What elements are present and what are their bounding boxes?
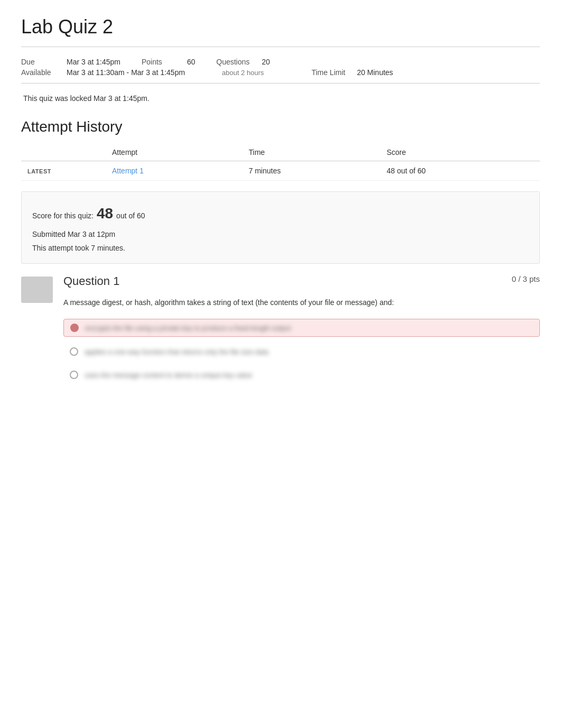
due-meta: Due Mar 3 at 1:45pm xyxy=(21,58,120,66)
attempt-link[interactable]: Attempt 1 xyxy=(112,167,144,175)
attempt-table: Attempt Time Score LATEST Attempt 1 7 mi… xyxy=(21,144,540,181)
radio-1 xyxy=(70,324,79,332)
attempt-score: 48 out of 60 xyxy=(387,167,426,175)
col-header-time: Time xyxy=(242,144,380,161)
quiz-meta-row-2: Available Mar 3 at 11:30am - Mar 3 at 1:… xyxy=(21,68,540,77)
score-number: 48 xyxy=(97,200,113,227)
points-label: Points xyxy=(142,58,184,66)
attempt-table-header: Attempt Time Score xyxy=(21,144,540,161)
question-1-header: Question 1 0 / 3 pts xyxy=(63,274,540,288)
choice-text-1: encrypts the file using a private key to… xyxy=(85,324,291,332)
latest-badge-cell: LATEST xyxy=(21,161,106,181)
attempt-score-cell: 48 out of 60 xyxy=(380,161,540,181)
answer-choice-1: encrypts the file using a private key to… xyxy=(63,319,540,337)
time-limit-value: 20 Minutes xyxy=(357,68,393,77)
score-out-of: out of 60 xyxy=(116,209,145,223)
question-1-title: Question 1 xyxy=(63,274,119,288)
available-value: Mar 3 at 11:30am - Mar 3 at 1:45pm xyxy=(67,68,185,77)
table-row: LATEST Attempt 1 7 minutes 48 out of 60 xyxy=(21,161,540,181)
question-1-status-icon xyxy=(21,277,53,303)
header-divider xyxy=(21,47,540,47)
score-submitted: Submitted Mar 3 at 12pm xyxy=(32,228,529,241)
answer-choice-2: applies a one-way function that returns … xyxy=(63,343,540,360)
score-line: Score for this quiz: 48 out of 60 xyxy=(32,200,529,227)
questions-value: 20 xyxy=(262,58,270,66)
col-header-score: Score xyxy=(380,144,540,161)
latest-badge: LATEST xyxy=(27,168,51,174)
attempt-time-cell: 7 minutes xyxy=(242,161,380,181)
question-1-text: A message digest, or hash, algorithm tak… xyxy=(63,297,540,308)
due-value: Mar 3 at 1:45pm xyxy=(67,58,120,66)
locked-message: This quiz was locked Mar 3 at 1:45pm. xyxy=(21,94,540,103)
attempt-link-cell: Attempt 1 xyxy=(106,161,242,181)
time-limit-label: Time Limit xyxy=(312,68,354,77)
radio-3 xyxy=(70,371,78,379)
available-label: Available xyxy=(21,68,63,77)
due-label: Due xyxy=(21,58,63,66)
page-container: Lab Quiz 2 Due Mar 3 at 1:45pm Points 60… xyxy=(0,0,561,416)
quiz-meta-row-1: Due Mar 3 at 1:45pm Points 60 Questions … xyxy=(21,58,540,66)
choice-text-2: applies a one-way function that returns … xyxy=(85,348,268,356)
available-meta: Available Mar 3 at 11:30am - Mar 3 at 1:… xyxy=(21,68,185,77)
quiz-meta: Due Mar 3 at 1:45pm Points 60 Questions … xyxy=(21,53,540,84)
choice-text-3: uses the message content to derive a uni… xyxy=(85,371,252,379)
radio-2 xyxy=(70,347,78,356)
question-1-block: Question 1 0 / 3 pts A message digest, o… xyxy=(21,274,540,390)
questions-label: Questions xyxy=(217,58,259,66)
score-label: Score for this quiz: xyxy=(32,209,94,223)
answer-choices: encrypts the file using a private key to… xyxy=(63,319,540,383)
answer-choice-3: uses the message content to derive a uni… xyxy=(63,366,540,383)
questions-meta: Questions 20 xyxy=(217,58,270,66)
points-value: 60 xyxy=(187,58,195,66)
time-limit-meta: Time Limit 20 Minutes xyxy=(312,68,393,77)
attempt-history-title: Attempt History xyxy=(21,118,540,135)
col-header-attempt: Attempt xyxy=(106,144,242,161)
attempt-time: 7 minutes xyxy=(249,167,281,175)
question-1-content: Question 1 0 / 3 pts A message digest, o… xyxy=(63,274,540,390)
about-hours: about 2 hours xyxy=(222,69,264,77)
score-duration: This attempt took 7 minutes. xyxy=(32,242,529,255)
points-meta: Points 60 xyxy=(142,58,195,66)
score-summary-box: Score for this quiz: 48 out of 60 Submit… xyxy=(21,191,540,264)
col-header-empty xyxy=(21,144,106,161)
quiz-title: Lab Quiz 2 xyxy=(21,16,540,38)
question-1-pts: 0 / 3 pts xyxy=(512,274,540,283)
